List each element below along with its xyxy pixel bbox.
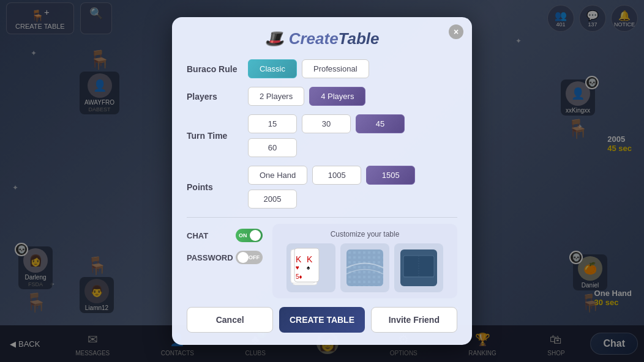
buraco-rule-options: Classic Professional bbox=[248, 59, 369, 78]
buraco-rule-label: Buraco Rule bbox=[187, 64, 242, 74]
customize-title: Customize your table bbox=[279, 230, 451, 238]
option-professional[interactable]: Professional bbox=[302, 59, 369, 78]
customize-cards[interactable]: K ♥ K ♠ 5♦ bbox=[286, 243, 335, 292]
tablecloth-svg bbox=[343, 246, 386, 289]
option-1005[interactable]: 1005 bbox=[312, 166, 361, 185]
option-4players[interactable]: 4 Players bbox=[309, 87, 365, 106]
option-classic[interactable]: Classic bbox=[248, 59, 297, 78]
invite-friend-button[interactable]: Invite Friend bbox=[371, 307, 457, 333]
svg-text:K: K bbox=[307, 254, 313, 264]
svg-text:K: K bbox=[296, 254, 302, 264]
points-options: One Hand 1005 1505 2005 bbox=[248, 166, 457, 209]
option-2players[interactable]: 2 Players bbox=[248, 87, 304, 106]
option-1505[interactable]: 1505 bbox=[366, 166, 415, 185]
create-table-modal: × 🎩 CreateTable Buraco Rule Classic Prof… bbox=[172, 17, 472, 345]
customize-box: Customize your table K ♥ K ♠ 5♦ bbox=[272, 224, 457, 298]
option-2005[interactable]: 2005 bbox=[248, 190, 297, 209]
points-row: Points One Hand 1005 1505 2005 bbox=[187, 166, 457, 209]
cancel-button[interactable]: Cancel bbox=[187, 307, 273, 333]
players-options: 2 Players 4 Players bbox=[248, 87, 365, 106]
password-toggle-row: PASSWORD OFF bbox=[187, 251, 263, 264]
option-time-45[interactable]: 45 bbox=[356, 114, 405, 133]
chat-toggle-row: CHAT ON bbox=[187, 229, 263, 242]
create-table-button[interactable]: CREATE TABLE bbox=[279, 307, 364, 333]
chat-toggle[interactable]: ON bbox=[236, 229, 263, 242]
password-toggle[interactable]: OFF bbox=[236, 251, 263, 264]
customize-tablecloth[interactable] bbox=[340, 243, 389, 292]
turn-time-options: 15 30 45 60 bbox=[248, 114, 457, 157]
toggle-thumb-password bbox=[238, 252, 249, 263]
turn-time-label: Turn Time bbox=[187, 131, 242, 141]
divider bbox=[187, 217, 457, 218]
svg-text:♥: ♥ bbox=[296, 264, 299, 271]
table-bg-svg bbox=[397, 246, 440, 289]
option-onehand[interactable]: One Hand bbox=[248, 166, 307, 185]
customize-section: CHAT ON PASSWORD OFF Customize your tabl… bbox=[187, 224, 457, 298]
svg-rect-9 bbox=[346, 249, 383, 286]
customize-table-bg[interactable] bbox=[394, 243, 443, 292]
password-label: PASSWORD bbox=[187, 253, 230, 262]
modal-title: 🎩 CreateTable bbox=[187, 29, 457, 48]
points-label: Points bbox=[187, 182, 242, 192]
customize-items: K ♥ K ♠ 5♦ bbox=[279, 243, 451, 292]
svg-text:5♦: 5♦ bbox=[296, 273, 302, 280]
players-label: Players bbox=[187, 92, 242, 102]
close-button[interactable]: × bbox=[449, 24, 463, 39]
cards-svg: K ♥ K ♠ 5♦ bbox=[290, 245, 332, 291]
option-time-60[interactable]: 60 bbox=[248, 138, 297, 157]
turn-time-row: Turn Time 15 30 45 60 bbox=[187, 114, 457, 157]
players-row: Players 2 Players 4 Players bbox=[187, 87, 457, 106]
modal-footer: Cancel CREATE TABLE Invite Friend bbox=[187, 307, 457, 333]
option-time-15[interactable]: 15 bbox=[248, 114, 297, 133]
buraco-rule-row: Buraco Rule Classic Professional bbox=[187, 59, 457, 78]
svg-text:♠: ♠ bbox=[307, 264, 310, 271]
toggle-group: CHAT ON PASSWORD OFF bbox=[187, 224, 263, 264]
option-time-30[interactable]: 30 bbox=[302, 114, 351, 133]
chat-label: CHAT bbox=[187, 231, 230, 240]
toggle-thumb-chat bbox=[250, 230, 261, 241]
